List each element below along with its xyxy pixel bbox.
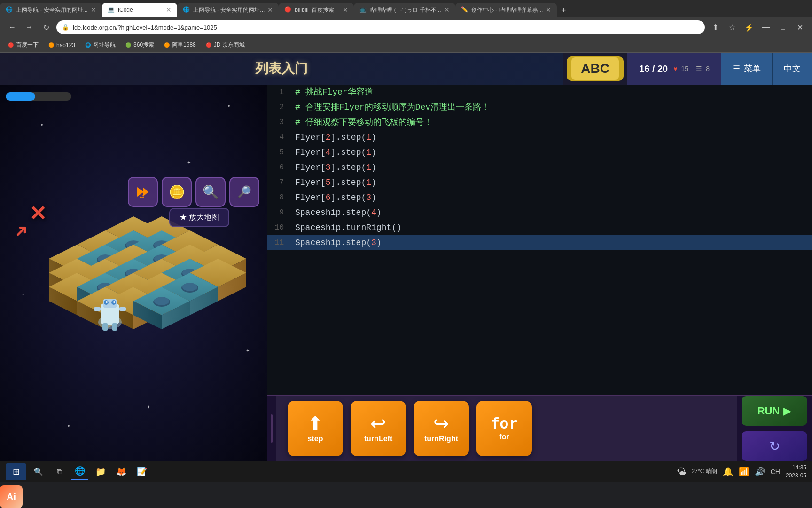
- tab-5[interactable]: 📺 哔哩哔哩 ( ' -' )っロ 千杯不... ✕: [354, 3, 455, 17]
- taskbar-chrome[interactable]: 🌐: [71, 463, 88, 480]
- search-button[interactable]: 🔍: [30, 463, 47, 480]
- tab-1[interactable]: 🌐 上网导航 - 安全实用的网址... ✕: [0, 3, 102, 17]
- lock-icon: 🔒: [62, 24, 69, 31]
- tab-close-3[interactable]: ✕: [267, 6, 273, 14]
- step-block[interactable]: ⬆ step: [288, 401, 343, 456]
- progress-current: 16: [639, 64, 649, 74]
- extension-button[interactable]: ⚡: [742, 21, 756, 34]
- code-line-3: 3 # 仔细观察下要移动的飞板的编号！: [267, 115, 812, 130]
- coins-button[interactable]: 🪙: [162, 177, 192, 207]
- reload-button[interactable]: ↻: [39, 21, 53, 34]
- ai-logo[interactable]: Ai: [0, 485, 23, 508]
- bookmark-favicon-ali: 🟠: [164, 42, 170, 48]
- bookmark-baidu[interactable]: 🔴 百度一下: [4, 40, 42, 50]
- line-num-7: 7: [267, 175, 291, 190]
- progress-area: 16 / 20 ♥ 15 ☰ 8: [627, 53, 721, 85]
- code-line-2: 2 # 合理安排Flyer的移动顺序为Dev清理出一条路！: [267, 100, 812, 115]
- run-area: RUN ▶ ↻: [737, 396, 812, 461]
- tab-favicon-4: 🔴: [284, 6, 292, 14]
- tab-4[interactable]: 🔴 bilibili_百度搜索 ✕: [279, 3, 354, 17]
- game-progress-fill: [6, 92, 35, 101]
- bookmark-hao123[interactable]: 🟠 hao123: [44, 41, 79, 49]
- heart-icon: ♥: [673, 65, 677, 72]
- menu-button[interactable]: ☰ 菜单: [721, 53, 773, 85]
- taskbar-wifi[interactable]: 📶: [739, 467, 749, 477]
- back-button[interactable]: ←: [6, 21, 19, 34]
- speed-button[interactable]: x4: [128, 177, 158, 207]
- line-content-7: Flyer[5].step(1): [291, 175, 812, 190]
- star-sparkle-3: ✦: [227, 103, 231, 109]
- line-content-6: Flyer[3].step(1): [291, 160, 812, 175]
- temperature-text: 27°C 晴朗: [692, 468, 717, 476]
- line-num-9: 9: [267, 205, 291, 220]
- new-tab-button[interactable]: +: [557, 4, 570, 17]
- tab-close-4[interactable]: ✕: [343, 6, 348, 14]
- run-button[interactable]: RUN ▶: [742, 396, 807, 426]
- line-content-10: Spaceship.turnRight(): [291, 220, 812, 235]
- bookmark-favicon-jd: 🔴: [205, 42, 212, 48]
- code-line-8: 8 Flyer[6].step(3): [267, 190, 812, 205]
- minimize-button[interactable]: —: [759, 21, 773, 34]
- map-zoom-icon: ★: [180, 213, 189, 221]
- line-content-5: Flyer[4].step(1): [291, 145, 812, 160]
- tab-6[interactable]: ✏️ 创作中心 - 哔哩哔哩弹幕嘉... ✕: [455, 3, 557, 17]
- bookmark-wangzhi[interactable]: 🌐 网址导航: [81, 40, 119, 50]
- refresh-button[interactable]: ↻: [742, 431, 807, 461]
- turnright-block[interactable]: ↪ turnRight: [414, 401, 469, 456]
- zoom-in-button[interactable]: 🔍: [195, 177, 226, 207]
- clock-date: 2023-05: [786, 472, 806, 480]
- url-text: ide.icode.org.cn/?highLevel=1&mode=1&gam…: [73, 24, 217, 31]
- menu-label: 菜单: [744, 63, 761, 74]
- taskbar-app1[interactable]: 🦊: [113, 463, 130, 480]
- svg-point-101: [106, 301, 108, 303]
- line-num-11: 11: [267, 235, 291, 250]
- forward-button[interactable]: →: [23, 21, 36, 34]
- line-content-2: # 合理安排Flyer的移动顺序为Dev清理出一条路！: [291, 100, 812, 115]
- taskview-button[interactable]: ⧉: [51, 463, 68, 480]
- star-sparkle-6: ✦: [147, 405, 150, 410]
- turnleft-block[interactable]: ↩ turnLeft: [351, 401, 406, 456]
- taskbar-app2[interactable]: 📝: [133, 463, 150, 480]
- handle-bar: [271, 414, 273, 443]
- turnleft-icon: ↩: [370, 414, 386, 433]
- taskbar-explorer[interactable]: 📁: [92, 463, 109, 480]
- tab-title-5: 哔哩哔哩 ( ' -' )っロ 千杯不...: [370, 6, 441, 14]
- map-zoom-button[interactable]: ★ 放大地图: [169, 208, 229, 227]
- taskbar-notification[interactable]: 🔔: [723, 467, 733, 477]
- close-browser-button[interactable]: ✕: [793, 21, 806, 34]
- tab-close-2[interactable]: ✕: [166, 6, 172, 14]
- svg-rect-105: [102, 323, 108, 331]
- svg-rect-106: [112, 323, 117, 331]
- maximize-button[interactable]: □: [776, 21, 789, 34]
- taskbar: ⊞ 🔍 ⧉ 🌐 📁 🦊 📝 🌤 27°C 晴朗 🔔 📶 🔊 CH 14:35 2…: [0, 461, 812, 482]
- zoom-out-button[interactable]: 🔎: [229, 177, 259, 207]
- bookmark-jd[interactable]: 🔴 JD 京东商城: [202, 40, 249, 50]
- start-button[interactable]: ⊞: [6, 463, 26, 480]
- progress-sep: /: [652, 64, 657, 74]
- code-line-1: 1 # 挑战Flyer华容道: [267, 85, 812, 100]
- code-editor[interactable]: 1 # 挑战Flyer华容道 2 # 合理安排Flyer的移动顺序为Dev清理出…: [267, 85, 812, 395]
- language-button[interactable]: 中文: [773, 53, 812, 85]
- bookmark-button[interactable]: ☆: [726, 21, 739, 34]
- taskbar-volume[interactable]: 🔊: [755, 467, 765, 477]
- code-line-7: 7 Flyer[5].step(1): [267, 175, 812, 190]
- tab-close-1[interactable]: ✕: [91, 6, 96, 14]
- turnright-icon: ↪: [433, 414, 449, 433]
- run-icon: ▶: [783, 405, 791, 417]
- heart-count: 15: [681, 65, 689, 72]
- for-block[interactable]: for for: [476, 401, 532, 456]
- code-line-10: 10 Spaceship.turnRight(): [267, 220, 812, 235]
- tab-3[interactable]: 🌐 上网导航 - 安全实用的网址... ✕: [177, 3, 279, 17]
- line-content-1: # 挑战Flyer华容道: [291, 85, 812, 100]
- tab-close-5[interactable]: ✕: [444, 6, 450, 14]
- refresh-icon: ↻: [769, 438, 780, 454]
- url-bar[interactable]: 🔒 ide.icode.org.cn/?highLevel=1&mode=1&g…: [56, 20, 705, 34]
- lang-label: 中文: [784, 63, 801, 74]
- star-sparkle-7: ✦: [67, 423, 70, 429]
- bookmark-360[interactable]: 🟢 360搜索: [121, 40, 158, 50]
- share-button[interactable]: ⬆: [709, 21, 722, 34]
- tab-close-6[interactable]: ✕: [546, 6, 551, 14]
- bookmark-ali[interactable]: 🟠 阿里1688: [160, 40, 200, 50]
- bookmark-favicon-360: 🟢: [125, 42, 132, 48]
- tab-2-active[interactable]: 💻 ICode ✕: [102, 3, 177, 17]
